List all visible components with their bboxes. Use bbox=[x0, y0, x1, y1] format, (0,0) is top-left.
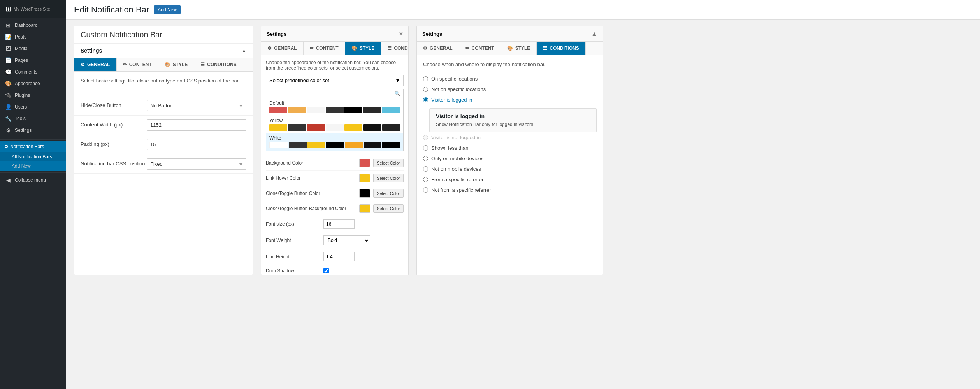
conditions-modal-header: Settings ▲ bbox=[417, 26, 603, 42]
close-toggle-bg-color-preview[interactable] bbox=[359, 204, 370, 213]
conditions-modal-tab-content[interactable]: ✏ CONTENT bbox=[459, 42, 501, 55]
bar-title-input[interactable] bbox=[74, 26, 253, 44]
plugins-icon: 🔌 bbox=[5, 92, 12, 98]
condition-radio-not-on-mobile[interactable] bbox=[423, 166, 428, 172]
conditions-modal-close-button[interactable]: ▲ bbox=[591, 30, 597, 37]
conditions-modal-tab-general[interactable]: ⚙ GENERAL bbox=[417, 42, 459, 55]
white-swatch-4 bbox=[345, 142, 363, 148]
sidebar-item-pages-label: Pages bbox=[15, 58, 28, 63]
background-color-label: Background Color bbox=[266, 160, 356, 166]
sidebar-item-posts-label: Posts bbox=[15, 34, 26, 40]
sidebar-item-media[interactable]: 🖼 Media bbox=[0, 43, 66, 54]
padding-label: Padding (px) bbox=[81, 139, 147, 147]
left-tab-conditions-label: CONDITIONS bbox=[207, 62, 236, 67]
white-swatch-1 bbox=[289, 142, 307, 148]
style-modal-tab-conditions[interactable]: ☰ CONDITIONS bbox=[381, 42, 409, 55]
site-name-label: My WordPress Site bbox=[14, 7, 50, 11]
color-set-default[interactable]: Default bbox=[266, 98, 403, 116]
sidebar-item-pages[interactable]: 📄 Pages bbox=[0, 54, 66, 66]
sidebar-item-dashboard[interactable]: ⊞ Dashboard bbox=[0, 19, 66, 31]
condition-visitor-not-logged-in-label: Visitor is not logged in bbox=[431, 135, 481, 140]
style-modal-tab-general-label: GENERAL bbox=[274, 46, 297, 51]
left-tab-content[interactable]: ✏ CONTENT bbox=[117, 58, 158, 71]
sidebar-item-tools[interactable]: 🔧 Tools bbox=[0, 113, 66, 124]
background-color-preview[interactable] bbox=[359, 159, 370, 167]
color-set-white[interactable]: White bbox=[266, 133, 403, 151]
conditions-modal-tab-style[interactable]: 🎨 STYLE bbox=[501, 42, 537, 55]
css-position-select[interactable]: Fixed Absolute Relative bbox=[147, 158, 246, 170]
notification-bars-dot-icon bbox=[5, 145, 8, 148]
wp-logo-icon: ⊞ bbox=[5, 5, 11, 13]
condition-radio-visitor-logged-in[interactable] bbox=[423, 97, 428, 102]
hide-close-button-select[interactable]: No Button X Button Text Button bbox=[147, 100, 246, 111]
style-modal-title: Settings bbox=[267, 31, 286, 37]
left-tab-general[interactable]: ⚙ GENERAL bbox=[74, 58, 117, 71]
add-new-button[interactable]: Add New bbox=[154, 5, 181, 14]
style-modal-tab-content[interactable]: ✏ CONTENT bbox=[304, 42, 345, 55]
color-set-selector[interactable]: Select predefined color set ▼ bbox=[266, 75, 404, 86]
condition-radio-not-on-specific[interactable] bbox=[423, 87, 428, 92]
settings-icon: ⚙ bbox=[5, 127, 12, 133]
default-swatches bbox=[269, 107, 400, 113]
close-toggle-bg-color-select-btn[interactable]: Select Color bbox=[373, 204, 404, 213]
condition-radio-only-on-mobile[interactable] bbox=[423, 156, 428, 161]
white-swatches bbox=[269, 142, 400, 148]
page-title: Edit Notification Bar bbox=[74, 5, 149, 15]
sidebar-item-comments[interactable]: 💬 Comments bbox=[0, 66, 66, 78]
content-width-input[interactable] bbox=[147, 119, 246, 131]
condition-radio-from-specific-referrer[interactable] bbox=[423, 177, 428, 182]
cond-general-icon: ⚙ bbox=[423, 46, 427, 51]
left-settings-card: Settings ▲ ⚙ GENERAL ✏ CONTENT 🎨 STYLE bbox=[74, 26, 253, 275]
collapse-menu-icon: ◀ bbox=[5, 177, 12, 183]
style-modal-close-button[interactable]: × bbox=[399, 30, 403, 37]
color-set-yellow[interactable]: Yellow bbox=[266, 116, 403, 133]
left-settings-toggle-icon[interactable]: ▲ bbox=[242, 48, 246, 53]
condition-shown-less-than: Shown less than bbox=[423, 143, 597, 153]
collapse-menu-label: Collapse menu bbox=[15, 177, 46, 183]
sidebar-item-collapse-menu[interactable]: ◀ Collapse menu bbox=[0, 174, 66, 186]
condition-visitor-logged-in: Visitor is logged in bbox=[423, 95, 597, 105]
drop-shadow-checkbox[interactable] bbox=[323, 268, 329, 273]
condition-only-on-mobile-label: Only on mobile devices bbox=[431, 156, 483, 161]
sidebar-item-settings[interactable]: ⚙ Settings bbox=[0, 124, 66, 136]
background-color-select-btn[interactable]: Select Color bbox=[373, 159, 404, 167]
close-toggle-color-select-btn[interactable]: Select Color bbox=[373, 189, 404, 198]
left-settings-header-label: Settings bbox=[81, 47, 102, 54]
font-weight-select[interactable]: Normal Bold Italic bbox=[323, 235, 370, 245]
condition-radio-shown-less-than[interactable] bbox=[423, 145, 428, 151]
link-hover-color-select-btn[interactable]: Select Color bbox=[373, 174, 404, 182]
conditions-modal-tab-conditions[interactable]: ☰ CONDITIONS bbox=[537, 42, 585, 55]
appearance-icon: 🎨 bbox=[5, 81, 12, 87]
style-modal-tab-style[interactable]: 🎨 STYLE bbox=[345, 42, 381, 55]
sidebar-subitem-add-new[interactable]: Add New bbox=[0, 161, 66, 171]
left-tab-conditions[interactable]: ☰ CONDITIONS bbox=[194, 58, 243, 71]
condition-radio-visitor-not-logged-in[interactable] bbox=[423, 135, 428, 140]
style-description: Change the appearance of the notificatio… bbox=[266, 60, 404, 71]
link-hover-color-row: Link Hover Color Select Color bbox=[266, 171, 404, 186]
sidebar-item-notification-bars[interactable]: Notification Bars bbox=[0, 141, 66, 152]
condition-not-on-specific-label: Not on specific locations bbox=[431, 86, 486, 92]
sidebar-item-plugins[interactable]: 🔌 Plugins bbox=[0, 89, 66, 101]
sidebar-item-posts[interactable]: 📝 Posts bbox=[0, 31, 66, 43]
left-tab-style[interactable]: 🎨 STYLE bbox=[158, 58, 195, 71]
condition-radio-on-specific[interactable] bbox=[423, 76, 428, 81]
sidebar-subitem-all-notification-bars[interactable]: All Notification Bars bbox=[0, 152, 66, 161]
condition-radio-not-from-specific-referrer[interactable] bbox=[423, 187, 428, 193]
font-size-input[interactable] bbox=[323, 219, 355, 229]
sidebar-item-appearance[interactable]: 🎨 Appearance bbox=[0, 78, 66, 89]
sidebar-item-users[interactable]: 👤 Users bbox=[0, 101, 66, 113]
condition-not-on-specific-locations: Not on specific locations bbox=[423, 84, 597, 95]
close-toggle-color-preview[interactable] bbox=[359, 189, 370, 198]
sidebar-item-comments-label: Comments bbox=[15, 69, 37, 75]
conditions-tab-icon: ☰ bbox=[200, 62, 205, 67]
conditions-tabs-bar: ⚙ GENERAL ✏ CONTENT 🎨 STYLE ☰ CONDITIONS bbox=[417, 42, 603, 55]
padding-input[interactable] bbox=[147, 139, 246, 150]
drop-shadow-label: Drop Shadow bbox=[266, 268, 320, 273]
link-hover-color-preview[interactable] bbox=[359, 174, 370, 182]
close-toggle-bg-color-row: Close/Toggle Button Background Color Sel… bbox=[266, 201, 404, 216]
conditions-description: Choose when and where to display the not… bbox=[423, 61, 597, 67]
line-height-input[interactable] bbox=[323, 252, 355, 261]
style-modal-tab-general[interactable]: ⚙ GENERAL bbox=[261, 42, 304, 55]
posts-icon: 📝 bbox=[5, 34, 12, 40]
general-tab-icon: ⚙ bbox=[81, 62, 85, 67]
